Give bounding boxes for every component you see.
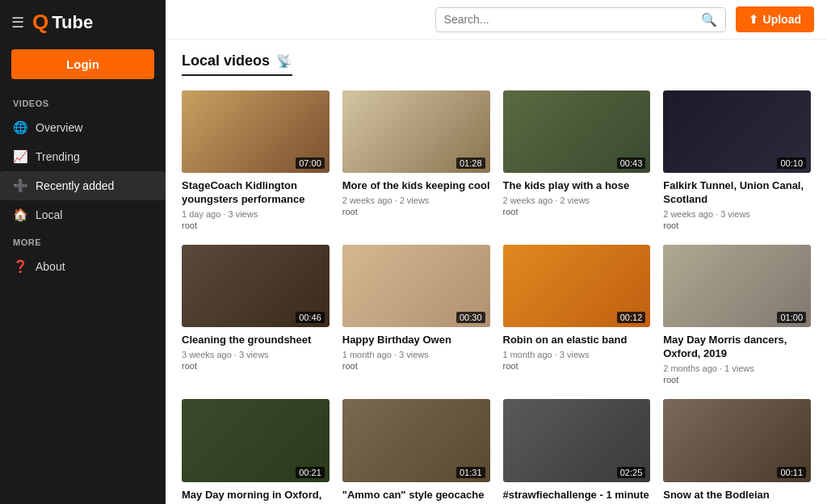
video-author: root — [342, 207, 490, 216]
video-title: May Day morning in Oxford, 2019 — [182, 489, 330, 504]
video-thumbnail: 00:12 — [503, 245, 651, 327]
video-title: Cleaning the groundsheet — [182, 334, 330, 347]
page-title: Local videos — [182, 52, 270, 69]
video-card[interactable]: 07:00 StageCoach Kidlington youngsters p… — [182, 90, 330, 230]
video-card[interactable]: 00:43 The kids play with a hose 2 weeks … — [503, 90, 651, 230]
video-title: Snow at the Bodleian — [663, 489, 811, 502]
video-thumbnail: 02:25 — [503, 399, 651, 481]
topbar: 🔍 ⬆ Upload — [166, 0, 827, 40]
question-icon: ❓ — [13, 259, 27, 274]
video-card[interactable]: 01:00 May Day Morris dancers, Oxford, 20… — [663, 245, 811, 384]
video-meta: 2 weeks ago · 2 views — [342, 195, 490, 205]
sidebar-item-recently-added[interactable]: ➕ Recently added — [0, 171, 166, 200]
video-thumbnail: 01:28 — [342, 90, 490, 173]
trending-icon: 📈 — [13, 149, 27, 164]
sidebar-item-overview[interactable]: 🌐 Overview — [0, 113, 166, 142]
search-input[interactable] — [444, 13, 701, 26]
sidebar-item-label: Local — [36, 208, 62, 221]
video-thumbnail: 01:00 — [663, 245, 811, 327]
sidebar-header: ☰ QTube — [0, 0, 166, 44]
video-card[interactable]: 01:28 More of the kids keeping cool 2 we… — [342, 90, 490, 230]
video-duration: 01:31 — [456, 467, 485, 478]
video-duration: 01:00 — [777, 312, 806, 323]
hamburger-icon[interactable]: ☰ — [11, 14, 24, 32]
video-thumbnail: 00:43 — [503, 90, 651, 173]
video-meta: 1 month ago · 3 views — [342, 350, 490, 359]
sidebar-item-label: About — [36, 260, 65, 273]
video-duration: 00:11 — [777, 467, 806, 478]
video-meta: 2 months ago · 1 views — [663, 363, 811, 373]
video-card[interactable]: 00:10 Falkirk Tunnel, Union Canal, Scotl… — [663, 90, 811, 230]
sidebar-item-trending[interactable]: 📈 Trending — [0, 142, 166, 171]
videos-section-label: VIDEOS — [0, 90, 166, 113]
video-author: root — [663, 375, 811, 384]
video-duration: 01:28 — [456, 158, 485, 169]
video-meta: 2 weeks ago · 3 views — [663, 209, 811, 219]
video-thumbnail: 00:46 — [182, 245, 330, 327]
page-heading: Local videos 📡 — [182, 52, 292, 76]
video-title: StageCoach Kidlington youngsters perform… — [182, 179, 330, 207]
sidebar-item-label: Trending — [36, 150, 80, 163]
video-card[interactable]: 00:46 Cleaning the groundsheet 3 weeks a… — [182, 245, 330, 384]
sidebar: ☰ QTube Login VIDEOS 🌐 Overview 📈 Trendi… — [0, 0, 166, 504]
video-author: root — [503, 207, 651, 216]
video-thumbnail: 00:30 — [342, 245, 490, 327]
main-area: 🔍 ⬆ Upload Local videos 📡 07:00 StageCoa… — [166, 0, 827, 504]
video-author: root — [342, 361, 490, 371]
video-title: Happy Birthday Owen — [342, 334, 490, 347]
video-author: root — [182, 220, 330, 230]
video-duration: 07:00 — [296, 158, 325, 169]
video-thumbnail: 00:21 — [182, 399, 330, 481]
video-card[interactable]: 02:25 #strawfiechallenge - 1 minute of s… — [503, 399, 651, 504]
content-area: Local videos 📡 07:00 StageCoach Kidlingt… — [166, 40, 827, 504]
video-author: root — [503, 361, 651, 371]
video-card[interactable]: 00:30 Happy Birthday Owen 1 month ago · … — [342, 245, 490, 384]
home-icon: 🏠 — [13, 208, 27, 222]
video-duration: 00:30 — [456, 312, 485, 323]
video-title: "Ammo can" style geocache - a guide for … — [342, 489, 490, 504]
video-thumbnail: 01:31 — [342, 399, 490, 481]
video-duration: 00:12 — [617, 312, 646, 323]
logo-q: Q — [32, 10, 48, 35]
upload-icon: ⬆ — [749, 13, 758, 26]
video-author: root — [663, 220, 811, 230]
plus-icon: ➕ — [13, 178, 27, 193]
video-grid: 07:00 StageCoach Kidlington youngsters p… — [182, 90, 811, 504]
video-card[interactable]: 00:11 Snow at the Bodleian 5 months ago … — [663, 399, 811, 504]
search-container: 🔍 — [435, 7, 726, 32]
video-meta: 3 weeks ago · 3 views — [182, 350, 330, 359]
video-title: The kids play with a hose — [503, 179, 651, 193]
rss-icon[interactable]: 📡 — [276, 53, 292, 69]
video-duration: 00:46 — [296, 312, 325, 323]
login-button[interactable]: Login — [11, 49, 154, 79]
video-meta: 1 month ago · 3 views — [503, 350, 651, 359]
video-thumbnail: 00:11 — [663, 399, 811, 481]
sidebar-item-label: Overview — [36, 121, 82, 134]
logo-text: Tube — [52, 12, 93, 33]
video-duration: 00:21 — [296, 467, 325, 478]
video-thumbnail: 07:00 — [182, 90, 330, 173]
video-title: Falkirk Tunnel, Union Canal, Scotland — [663, 179, 811, 207]
video-title: Robin on an elastic band — [503, 334, 651, 347]
search-icon[interactable]: 🔍 — [701, 12, 717, 27]
video-card[interactable]: 00:21 May Day morning in Oxford, 2019 2 … — [182, 399, 330, 504]
logo[interactable]: QTube — [32, 10, 93, 35]
upload-button[interactable]: ⬆ Upload — [736, 6, 814, 32]
sidebar-item-about[interactable]: ❓ About — [0, 252, 166, 281]
video-duration: 00:10 — [777, 158, 806, 169]
video-title: #strawfiechallenge - 1 minute of simulat… — [503, 489, 651, 504]
sidebar-item-local[interactable]: 🏠 Local — [0, 200, 166, 229]
video-meta: 1 day ago · 3 views — [182, 209, 330, 219]
upload-label: Upload — [763, 13, 801, 26]
video-thumbnail: 00:10 — [663, 90, 811, 173]
globe-icon: 🌐 — [13, 120, 27, 135]
video-author: root — [182, 361, 330, 371]
video-card[interactable]: 00:12 Robin on an elastic band 1 month a… — [503, 245, 651, 384]
video-duration: 00:43 — [617, 158, 646, 169]
sidebar-item-label: Recently added — [36, 179, 114, 192]
video-meta: 2 weeks ago · 2 views — [503, 195, 651, 205]
video-card[interactable]: 01:31 "Ammo can" style geocache - a guid… — [342, 399, 490, 504]
video-title: May Day Morris dancers, Oxford, 2019 — [663, 334, 811, 361]
more-section-label: MORE — [0, 229, 166, 252]
video-duration: 02:25 — [617, 467, 646, 478]
